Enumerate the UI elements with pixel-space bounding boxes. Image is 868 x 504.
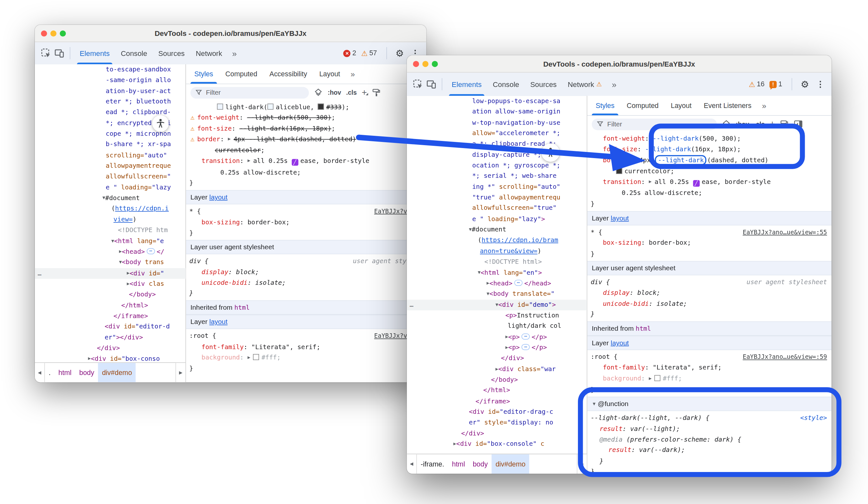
error-badge[interactable]: ✕2 (343, 49, 356, 57)
style-rule[interactable]: div {user agent stylesheetdisplay: block… (587, 275, 831, 322)
dom-tree-row[interactable]: scrolling="auto" (35, 150, 185, 161)
style-rule[interactable]: div {user agent styleshdisplay: block;un… (186, 254, 426, 301)
dom-tree-row[interactable]: ▶<p>⋯</p> (407, 332, 587, 342)
dom-tree-row[interactable]: ▼<body trans (35, 257, 185, 268)
dom-tree-row[interactable]: </iframe> (407, 396, 587, 407)
breadcrumb-item-body[interactable]: body (75, 363, 98, 382)
style-declaration-row[interactable]: } (587, 456, 831, 466)
expand-ellipsis-icon[interactable]: ⋯ (147, 248, 155, 254)
inline-link[interactable]: --light-dark (652, 134, 699, 142)
easing-editor-icon[interactable]: ╱ (291, 159, 298, 166)
dom-tree-row[interactable]: ▼<html lang="e (35, 236, 185, 246)
rendering-paint-icon[interactable] (780, 120, 788, 128)
style-declaration-row[interactable]: * {EaYBJJx?view= (186, 206, 426, 217)
inline-link[interactable]: anon=true&view= (480, 247, 538, 255)
breadcrumb-item-body[interactable]: body (469, 454, 491, 474)
style-rule[interactable]: * {EaYBJJx?ano…ue&view=:55box-sizing: bo… (587, 226, 831, 261)
expand-ellipsis-icon[interactable]: ⋯ (521, 334, 530, 340)
dom-tree-row[interactable]: (https://cdpn.i (35, 204, 185, 214)
dom-tree-row[interactable]: </div> (35, 343, 185, 354)
sidebar-tab-styles[interactable]: Styles (590, 96, 621, 115)
breadcrumb-item-.[interactable]: . (45, 363, 54, 382)
style-declaration-row[interactable]: ⚠border: ▶ 4px --light-dark(dashed, dott… (186, 134, 426, 145)
breadcrumb-item--iframe.[interactable]: -iframe. (417, 454, 448, 474)
style-declaration-row[interactable]: light-dark(aliceblue, #333); (186, 102, 426, 112)
dom-tree-row[interactable]: light/dark col (407, 321, 587, 332)
dom-tree-row[interactable]: <!DOCTYPE htm (35, 225, 185, 236)
node-menu-dots-icon[interactable]: … (410, 299, 414, 310)
dom-tree-row[interactable]: </div> (407, 428, 587, 439)
expand-ellipsis-icon[interactable]: ⋯ (521, 344, 530, 351)
style-declaration-row[interactable]: display: block; (186, 267, 426, 278)
style-declaration-row[interactable]: div {user agent stylesh (186, 256, 426, 267)
style-declaration-row[interactable]: } (186, 228, 426, 238)
tab-console[interactable]: Console (115, 42, 153, 64)
tab-network[interactable]: Network (190, 42, 228, 64)
breadcrumb-item-div#demo[interactable]: div#demo (98, 363, 136, 382)
dom-tree-row[interactable]: allow="accelerometer *; (407, 128, 587, 139)
dom-tree-row[interactable]: ▶<div id="box-console" c (407, 439, 587, 450)
breadcrumb-item-html[interactable]: html (54, 363, 75, 382)
sidebar-tab-computed[interactable]: Computed (621, 96, 665, 115)
dom-tree-row[interactable]: ▼<body translate=" (407, 289, 587, 299)
style-declaration-row[interactable]: transition: ▶ all 0.25s ╱ease, border-st… (186, 156, 426, 167)
style-declaration-row[interactable]: background: ▶ #fff; (186, 352, 426, 364)
color-swatch[interactable] (217, 103, 223, 110)
sidebar-tab-accessibility[interactable]: Accessibility (263, 64, 313, 84)
style-rule[interactable]: --light-dark(--light, --dark) {<style>re… (587, 411, 831, 474)
toggle-class-button[interactable]: .cls (346, 89, 357, 96)
style-declaration-row[interactable]: unicode-bidi: isolate; (186, 278, 426, 288)
dom-tree-row[interactable]: to-escape-sandbox (35, 64, 185, 75)
inline-link[interactable]: EaYBJJx?ano…ue&view=:55 (743, 227, 827, 238)
inline-link[interactable]: layout (209, 194, 227, 201)
dom-tree-row[interactable]: ▼#document (407, 224, 587, 235)
style-declaration-row[interactable]: transition: ▶ all 0.25s ╱ease, border-st… (587, 177, 831, 188)
toggle-hover-state-button[interactable]: :hov (735, 121, 749, 128)
style-declaration-row[interactable]: border: ▶ 4px --light-dark(dashed, dotte… (587, 155, 831, 166)
style-declaration-row[interactable]: --light-dark(--light, --dark) {<style> (587, 413, 831, 423)
style-declaration-row[interactable]: unicode-bidi: isolate; (587, 299, 831, 309)
expand-ellipsis-icon[interactable]: ⋯ (514, 280, 523, 286)
dom-tree-row[interactable]: ation-by-user-act (35, 86, 185, 96)
style-declaration-row[interactable]: } (587, 466, 831, 474)
new-style-rule-icon[interactable]: + (770, 120, 775, 128)
dom-tree-row[interactable]: allowfullscreen=" (35, 171, 185, 182)
inline-link[interactable]: layout (611, 214, 629, 222)
titlebar[interactable]: DevTools - codepen.io/bramus/pen/EaYBJJx (35, 25, 426, 42)
zoom-window-button[interactable] (60, 30, 66, 36)
dom-tree-row[interactable]: er" style="display: no (407, 417, 587, 428)
dom-tree-row[interactable]: er"></div> (35, 332, 185, 343)
device-toolbar-icon[interactable] (424, 78, 438, 91)
tab-sources[interactable]: Sources (153, 42, 190, 64)
sidebar-tab-styles[interactable]: Styles (188, 64, 219, 84)
style-declaration-row[interactable]: result: var(--light); (587, 423, 831, 434)
dom-tree-row[interactable]: <div id="editor-d (35, 321, 185, 332)
style-declaration-row[interactable]: background: ▶ #fff; (587, 373, 831, 385)
style-declaration-row[interactable]: box-sizing: border-box; (587, 238, 831, 249)
style-declaration-row[interactable]: currentcolor; (587, 166, 831, 177)
tab-sources[interactable]: Sources (525, 72, 562, 96)
tab-elements[interactable]: Elements (74, 42, 115, 64)
dom-tree-row[interactable]: ▶<div clas (35, 279, 185, 289)
warning-badge[interactable]: ⚠16 (749, 80, 765, 88)
settings-gear-icon[interactable]: ⚙ (393, 47, 406, 60)
dom-tree-row[interactable]: </div> (407, 353, 587, 364)
minimize-window-button[interactable] (423, 61, 429, 67)
more-sidebar-tabs-icon[interactable]: » (346, 64, 360, 84)
issue-badge[interactable]: !1 (769, 80, 782, 88)
filter-input[interactable]: Filter (592, 118, 717, 130)
color-swatch[interactable] (268, 103, 273, 110)
element-state-icon[interactable] (314, 88, 323, 97)
dom-tree-row[interactable]: view=) (35, 214, 185, 225)
more-tabs-icon[interactable]: » (228, 49, 241, 58)
dom-tree-row[interactable]: b-share *; xr-spa (35, 139, 185, 150)
style-declaration-row[interactable]: font-weight: --light-dark(500, 300); (587, 133, 831, 144)
style-declaration-row[interactable]: ⚠font-size: --light-dark(16px, 18px); (186, 123, 426, 134)
dom-tree-row[interactable]: allowfullscreen="true" (407, 203, 587, 214)
style-rule[interactable]: * {EaYBJJx?view=box-sizing: border-box;} (186, 205, 426, 240)
style-declaration-row[interactable]: box-sizing: border-box; (186, 217, 426, 228)
dock-panel-icon[interactable] (794, 120, 803, 128)
dom-tree-row[interactable]: …▶<div id=" (35, 268, 185, 279)
sidebar-tab-layout[interactable]: Layout (313, 64, 346, 84)
inline-link[interactable]: --light-dark (655, 155, 707, 165)
